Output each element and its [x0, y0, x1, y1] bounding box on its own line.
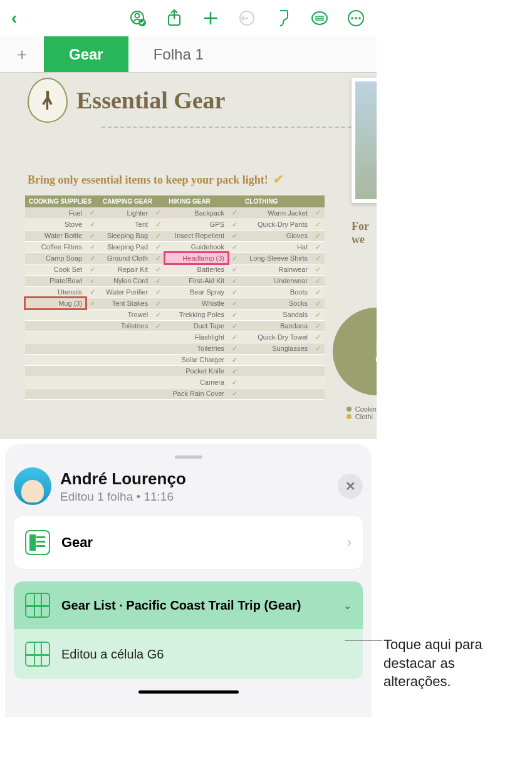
close-button[interactable]: ✕ [338, 474, 363, 499]
spreadsheet-canvas[interactable]: Essential Gear Bring only essential item… [0, 73, 377, 439]
table-cell[interactable]: Sunglasses [241, 343, 311, 354]
table-row[interactable]: Pack Rain Cover✓ [25, 388, 325, 399]
checkbox-cell[interactable] [311, 377, 325, 388]
checkbox-cell[interactable]: ✓ [311, 309, 325, 320]
checkbox-cell[interactable]: ✓ [228, 343, 241, 354]
table-cell[interactable] [25, 320, 86, 331]
table-cell[interactable]: Quick-Dry Pants [241, 219, 311, 230]
checkbox-cell[interactable]: ✓ [228, 320, 241, 331]
table-cell[interactable]: Backpack [165, 207, 228, 219]
table-cell[interactable]: Duct Tape [165, 320, 228, 331]
table-cell[interactable]: Batteries [165, 264, 228, 275]
checkbox-cell[interactable] [86, 354, 99, 365]
table-row[interactable]: Stove✓Tent✓GPS✓Quick-Dry Pants✓ [25, 219, 325, 230]
checkbox-cell[interactable] [86, 388, 99, 399]
table-cell[interactable]: Solar Charger [165, 354, 228, 365]
table-cell[interactable]: Guidebook [165, 241, 228, 252]
table-cell[interactable]: Gloves [241, 230, 311, 241]
collaboration-icon[interactable] [128, 9, 147, 28]
tab-gear[interactable]: Gear [44, 36, 128, 72]
checkbox-cell[interactable]: ✓ [311, 241, 325, 252]
checkbox-cell[interactable] [86, 309, 99, 320]
checkbox-cell[interactable]: ✓ [152, 275, 165, 286]
table-cell[interactable] [99, 377, 152, 388]
checkbox-cell[interactable]: ✓ [152, 309, 165, 320]
checkbox-cell[interactable]: ✓ [86, 219, 99, 230]
checkbox-cell[interactable]: ✓ [152, 230, 165, 241]
table-row[interactable]: Utensils✓Water Purifier✓Bear Spray✓Boots… [25, 286, 325, 298]
checkbox-cell[interactable]: ✓ [228, 264, 241, 275]
checkbox-cell[interactable] [311, 354, 325, 365]
checkbox-cell[interactable]: ✓ [86, 275, 99, 286]
table-cell[interactable] [99, 331, 152, 343]
table-cell[interactable]: Water Purifier [99, 286, 152, 298]
checkbox-cell[interactable] [86, 320, 99, 331]
checkbox-cell[interactable] [152, 377, 165, 388]
checkbox-cell[interactable]: ✓ [311, 343, 325, 354]
table-row[interactable]: Toiletries✓Sunglasses✓ [25, 343, 325, 354]
checkbox-cell[interactable]: ✓ [311, 298, 325, 309]
table-cell[interactable]: Tent [99, 219, 152, 230]
checkbox-cell[interactable] [86, 343, 99, 354]
table-cell[interactable] [241, 354, 311, 365]
table-cell[interactable]: Fuel [25, 207, 86, 219]
table-row[interactable]: Coffee Filters✓Sleeping Pad✓Guidebook✓Ha… [25, 241, 325, 252]
checkbox-cell[interactable]: ✓ [228, 275, 241, 286]
checkbox-cell[interactable] [152, 365, 165, 377]
checkbox-cell[interactable]: ✓ [311, 219, 325, 230]
checkbox-cell[interactable]: ✓ [311, 264, 325, 275]
checkbox-cell[interactable]: ✓ [86, 264, 99, 275]
checkbox-cell[interactable] [311, 365, 325, 377]
checkbox-cell[interactable]: ✓ [86, 207, 99, 219]
checkbox-cell[interactable]: ✓ [86, 241, 99, 252]
table-cell[interactable]: Headlamp (3) [165, 252, 228, 264]
checkbox-cell[interactable]: ✓ [228, 309, 241, 320]
checkbox-cell[interactable]: ✓ [228, 219, 241, 230]
table-cell[interactable]: Coffee Filters [25, 241, 86, 252]
table-cell[interactable]: Repair Kit [99, 264, 152, 275]
table-row[interactable]: Trowel✓Trekking Poles✓Sandals✓ [25, 309, 325, 320]
table-row[interactable]: Water Bottle✓Sleeping Bag✓Insect Repelle… [25, 230, 325, 241]
table-row[interactable]: Flashlight✓Quick-Dry Towel✓ [25, 331, 325, 343]
add-sheet-button[interactable]: ＋ [0, 43, 44, 65]
table-row[interactable]: Cook Set✓Repair Kit✓Batteries✓Rainwear✓ [25, 264, 325, 275]
table-card[interactable]: Gear List · Pacific Coast Trail Trip (Ge… [14, 581, 363, 629]
table-row[interactable]: Pocket Knife✓ [25, 365, 325, 377]
checkbox-cell[interactable]: ✓ [311, 207, 325, 219]
table-cell[interactable]: Ground Cloth [99, 252, 152, 264]
table-cell[interactable] [25, 365, 86, 377]
checkbox-cell[interactable]: ✓ [86, 230, 99, 241]
sheet-grabber[interactable] [175, 455, 202, 459]
checkbox-cell[interactable]: ✓ [228, 286, 241, 298]
table-cell[interactable]: First-Aid Kit [165, 275, 228, 286]
table-cell[interactable]: Socks [241, 298, 311, 309]
checkbox-cell[interactable]: ✓ [311, 331, 325, 343]
checkbox-cell[interactable]: ✓ [311, 320, 325, 331]
checkbox-cell[interactable] [86, 365, 99, 377]
checkbox-cell[interactable]: ✓ [311, 275, 325, 286]
table-cell[interactable]: Pocket Knife [165, 365, 228, 377]
checkbox-cell[interactable]: ✓ [311, 230, 325, 241]
table-cell[interactable]: Long-Sleeve Shirts [241, 252, 311, 264]
checkbox-cell[interactable]: ✓ [152, 320, 165, 331]
table-cell[interactable] [25, 309, 86, 320]
checkbox-cell[interactable]: ✓ [228, 207, 241, 219]
tab-folha1[interactable]: Folha 1 [128, 36, 229, 72]
checkbox-cell[interactable] [86, 331, 99, 343]
share-icon[interactable] [165, 9, 184, 28]
table-cell[interactable] [25, 343, 86, 354]
table-cell[interactable]: Insect Repellent [165, 230, 228, 241]
checkbox-cell[interactable]: ✓ [152, 207, 165, 219]
table-cell[interactable] [25, 377, 86, 388]
table-cell[interactable]: GPS [165, 219, 228, 230]
checkbox-cell[interactable]: ✓ [152, 264, 165, 275]
table-cell[interactable]: Hat [241, 241, 311, 252]
checkbox-cell[interactable]: ✓ [152, 252, 165, 264]
table-cell[interactable] [99, 343, 152, 354]
table-cell[interactable]: Quick-Dry Towel [241, 331, 311, 343]
checkbox-cell[interactable]: ✓ [228, 354, 241, 365]
table-row[interactable]: Toiletries✓Duct Tape✓Bandana✓ [25, 320, 325, 331]
table-cell[interactable]: Stove [25, 219, 86, 230]
checkbox-cell[interactable]: ✓ [228, 252, 241, 264]
back-button[interactable]: ‹ [11, 8, 17, 28]
